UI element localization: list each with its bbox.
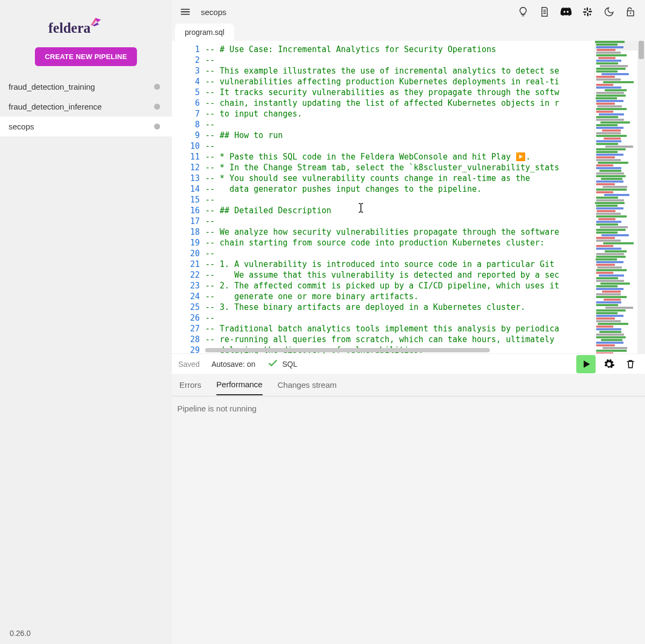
svg-point-9 (630, 12, 632, 14)
document-icon[interactable] (538, 5, 552, 19)
code-line: -- vulnerabilities affecting production … (205, 76, 595, 87)
code-line: -- chain starting from source code into … (205, 237, 595, 248)
code-line: -- ## How to run (205, 130, 595, 141)
code-line: -- # Use Case: Incremental Analytics for… (205, 44, 595, 55)
sidebar-pipeline-item[interactable]: secops (0, 117, 172, 136)
code-line: -- (205, 194, 595, 205)
logo-wrap: feldera (0, 0, 172, 47)
discord-icon[interactable] (559, 5, 573, 19)
svg-rect-2 (583, 11, 587, 13)
code-line: -- (205, 248, 595, 259)
slack-icon[interactable] (581, 5, 595, 19)
svg-point-7 (584, 14, 586, 16)
editor-status-bar: Saved Autosave: on SQL (172, 353, 645, 374)
output-panel-text: Pipeline is not running (177, 404, 257, 413)
svg-rect-3 (587, 13, 589, 17)
code-line: -- This example illustrates the use of i… (205, 66, 595, 76)
editor-vertical-scrollbar[interactable] (637, 41, 645, 353)
svg-point-6 (590, 9, 591, 10)
sidebar: feldera CREATE NEW PIPELINE fraud_detect… (0, 0, 172, 644)
code-line: -- (205, 55, 595, 66)
pipeline-item-label: fraud_detection_inference (9, 102, 102, 111)
pipeline-item-label: secops (9, 122, 34, 131)
tab-program-sql[interactable]: program.sql (175, 24, 234, 41)
minimap[interactable] (595, 41, 637, 353)
autosave-status: Autosave: on (212, 360, 256, 368)
code-line: -- data generator pushes input changes t… (205, 184, 595, 194)
code-line: -- We assume that this vulnerability is … (205, 270, 595, 280)
status-dot-icon (154, 84, 160, 90)
brand-logo: feldera (48, 15, 124, 38)
menu-icon[interactable] (179, 6, 191, 18)
code-line: -- ## Detailed Description (205, 205, 595, 216)
sql-label: SQL (282, 360, 297, 368)
pipeline-title: secops (201, 8, 227, 17)
code-line: -- We analyze how security vulnerabiliti… (205, 227, 595, 237)
code-line: -- (205, 141, 595, 151)
code-content[interactable]: -- # Use Case: Incremental Analytics for… (205, 41, 595, 353)
code-line: -- * In the Change Stream tab, select th… (205, 162, 595, 173)
code-line: -- 3. These binary artifacts are deploye… (205, 302, 595, 313)
gear-icon (603, 358, 615, 370)
editor-tabbar: program.sql (172, 24, 645, 41)
sidebar-pipeline-item[interactable]: fraud_detection_inference (0, 97, 172, 117)
code-editor[interactable]: 1234567891011121314151617181920212223242… (172, 41, 645, 353)
checkmark-icon (267, 357, 279, 371)
topbar: secops (172, 0, 645, 24)
settings-button[interactable] (601, 356, 617, 372)
code-line: -- * You should see vulnerability counts… (205, 173, 595, 184)
code-line: -- (205, 119, 595, 130)
code-line: -- It tracks security vulnerabilities as… (205, 87, 595, 98)
line-gutter: 1234567891011121314151617181920212223242… (172, 41, 205, 353)
editor-horizontal-scrollbar[interactable] (205, 347, 645, 353)
run-button[interactable] (576, 355, 596, 373)
delete-button[interactable] (622, 356, 639, 372)
code-line: -- (205, 313, 595, 323)
pipeline-item-label: fraud_detection_training (9, 82, 95, 91)
code-line: -- * Paste this SQL code in the Feldera … (205, 151, 595, 162)
status-dot-icon (154, 124, 160, 129)
code-line: -- 1. A vulnerability is introduced into… (205, 259, 595, 270)
output-tabs: ErrorsPerformanceChanges stream (172, 374, 645, 396)
svg-point-5 (584, 9, 586, 10)
trash-icon (625, 359, 636, 370)
sql-status: SQL (267, 357, 297, 371)
dark-mode-icon[interactable] (602, 5, 616, 19)
code-line: -- Traditional batch analytics tools imp… (205, 323, 595, 334)
lock-open-icon[interactable] (624, 5, 637, 19)
output-tab[interactable]: Changes stream (278, 375, 337, 395)
sidebar-pipeline-item[interactable]: fraud_detection_training (0, 77, 172, 97)
code-line: -- generate one or more binary artifacts… (205, 291, 595, 302)
status-dot-icon (154, 104, 160, 110)
svg-text:feldera: feldera (48, 20, 91, 36)
code-line: -- chain, instantly updating the list of… (205, 98, 595, 108)
app-version: 0.26.0 (10, 629, 31, 638)
svg-point-8 (590, 14, 591, 16)
saved-status: Saved (178, 360, 200, 368)
svg-rect-1 (586, 8, 588, 11)
svg-rect-4 (589, 11, 592, 12)
code-line: -- to input changes. (205, 108, 595, 119)
code-line: -- re-running all queries from scratch, … (205, 334, 595, 345)
output-tab[interactable]: Performance (216, 374, 263, 395)
code-line: -- 2. The affected commit is picked up b… (205, 280, 595, 291)
create-pipeline-button[interactable]: CREATE NEW PIPELINE (35, 47, 136, 66)
code-line: -- (205, 216, 595, 227)
play-icon (581, 359, 591, 370)
pipeline-list: fraud_detection_trainingfraud_detection_… (0, 77, 172, 136)
main-area: secops program.sql 123456 (172, 0, 645, 644)
output-panel: Pipeline is not running (172, 396, 645, 421)
output-tab[interactable]: Errors (179, 375, 201, 395)
lightbulb-icon[interactable] (516, 5, 530, 19)
